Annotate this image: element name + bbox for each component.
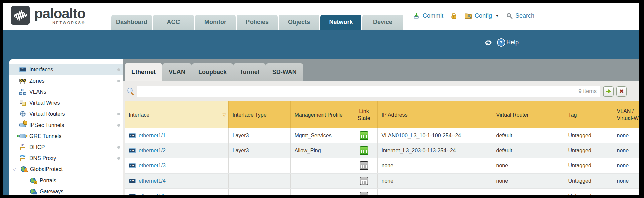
search-button[interactable]: Search	[515, 12, 534, 19]
vlans-icon	[19, 89, 27, 95]
ethernet-interface-icon	[129, 179, 136, 183]
filter-input-wrapper: 9 items	[137, 86, 600, 97]
table-row[interactable]: ethernet1/5 none none Untagged none	[125, 189, 639, 196]
sidebar-item-label: Gateways	[40, 189, 63, 195]
dhcp-icon	[19, 144, 27, 151]
sidebar-item-vlans[interactable]: VLANs	[9, 86, 123, 97]
item-dot	[117, 68, 120, 71]
sidebar-item-label: VLANs	[29, 89, 46, 95]
col-interface-type[interactable]: Interface Type	[228, 101, 290, 128]
col-link-state[interactable]: Link State	[351, 101, 377, 128]
tab-vlan[interactable]: VLAN	[162, 63, 192, 81]
sidebar-item-dns-proxy[interactable]: DNS Proxy	[9, 153, 123, 164]
header-actions: Commit Config ▼ Search	[413, 12, 534, 19]
ethernet-panel: 9 items ✖	[123, 81, 639, 195]
interface-link[interactable]: ethernet1/2	[139, 148, 166, 154]
sidebar-item-label: Virtual Wires	[29, 100, 60, 106]
config-dropdown[interactable]: Config	[475, 12, 492, 19]
apply-filter-button[interactable]	[603, 86, 614, 97]
table-row[interactable]: ethernet1/4 none none Untagged none	[125, 174, 639, 189]
col-management-profile[interactable]: Management Profile	[290, 101, 351, 128]
help-icon[interactable]: ?	[497, 38, 505, 47]
top-header: paloalto NETWORKS® Dashboard ACC Monitor…	[3, 3, 639, 30]
link-state-icon	[360, 146, 368, 155]
interface-link[interactable]: ethernet1/4	[139, 178, 166, 184]
sidebar-item-label: Interfaces	[29, 67, 53, 73]
app-window: paloalto NETWORKS® Dashboard ACC Monitor…	[3, 3, 639, 195]
interface-link[interactable]: ethernet1/3	[139, 163, 166, 169]
gateways-icon	[29, 188, 37, 195]
help-link[interactable]: Help	[506, 39, 519, 46]
tab-monitor[interactable]: Monitor	[195, 15, 236, 30]
filter-magnifier-icon	[127, 87, 134, 96]
virtual-routers-icon	[19, 111, 27, 117]
item-dot	[117, 113, 120, 115]
paloalto-logo-icon	[11, 6, 30, 25]
tab-policies[interactable]: Policies	[237, 15, 278, 30]
item-dot	[117, 146, 120, 149]
config-icon	[464, 13, 472, 19]
tab-ethernet[interactable]: Ethernet	[125, 63, 162, 81]
collapse-triangle-icon[interactable]: ▽	[13, 167, 19, 172]
sidebar-item-virtual-wires[interactable]: Virtual Wires	[9, 97, 123, 108]
interfaces-icon	[19, 66, 27, 73]
items-count: 9 items	[578, 88, 600, 95]
tab-acc[interactable]: ACC	[153, 15, 194, 30]
item-dot	[117, 157, 120, 160]
tab-sdwan[interactable]: SD-WAN	[266, 63, 303, 81]
commit-icon	[413, 12, 420, 19]
ethernet-interface-icon	[129, 133, 136, 138]
col-interface[interactable]: Interface	[125, 101, 220, 128]
link-state-icon	[360, 192, 368, 195]
commit-button[interactable]: Commit	[423, 12, 443, 19]
tab-tunnel[interactable]: Tunnel	[233, 63, 266, 81]
dns-proxy-icon	[19, 155, 27, 162]
filter-input[interactable]	[137, 86, 578, 97]
interface-link[interactable]: ethernet1/5	[139, 193, 166, 195]
zones-icon	[19, 78, 27, 84]
tab-dashboard[interactable]: Dashboard	[111, 15, 152, 30]
sidebar-item-label: Zones	[29, 78, 44, 84]
table-row[interactable]: ethernet1/1 Layer3 Mgmt_Services VLAN010…	[125, 128, 639, 143]
col-ip-address[interactable]: IP Address	[377, 101, 492, 128]
gre-tunnels-icon	[19, 133, 27, 140]
sidebar-item-label: IPSec Tunnels	[29, 122, 64, 128]
sidebar-item-ipsec-tunnels[interactable]: IPSec Tunnels	[9, 119, 123, 131]
breadcrumb-band: ? Help	[3, 30, 639, 59]
search-icon	[506, 13, 513, 19]
interface-link[interactable]: ethernet1/1	[139, 133, 166, 139]
clear-filter-button[interactable]: ✖	[616, 86, 627, 97]
table-row[interactable]: ethernet1/3 none none Untagged none	[125, 158, 639, 174]
sort-triangle-icon: ▽	[223, 112, 226, 117]
sidebar-item-gateways[interactable]: Gateways	[9, 186, 123, 195]
sort-dropdown[interactable]: ▽	[220, 101, 228, 128]
main-content: Ethernet VLAN Loopback Tunnel SD-WAN 9 i…	[123, 59, 639, 195]
ethernet-interface-icon	[129, 194, 136, 195]
filter-row: 9 items ✖	[123, 81, 639, 97]
sidebar-item-globalprotect[interactable]: ▽ GlobalProtect	[9, 164, 123, 175]
sidebar-item-dhcp[interactable]: DHCP	[9, 142, 123, 153]
link-state-icon	[360, 161, 368, 170]
sidebar-item-zones[interactable]: Zones	[9, 75, 123, 86]
col-vlan-virtual-wire[interactable]: VLAN / Virtual-Wire	[613, 101, 639, 128]
chevron-down-icon[interactable]: ▼	[495, 14, 499, 18]
brand-subtitle: NETWORKS®	[34, 21, 85, 25]
refresh-icon[interactable]	[484, 39, 492, 46]
sidebar-item-label: Virtual Routers	[29, 111, 65, 117]
tab-loopback[interactable]: Loopback	[192, 63, 233, 81]
sidebar-item-label: DNS Proxy	[29, 155, 56, 161]
tab-objects[interactable]: Objects	[279, 15, 319, 30]
sidebar-item-gre-tunnels[interactable]: GRE Tunnels	[9, 131, 123, 142]
sidebar-item-virtual-routers[interactable]: Virtual Routers	[9, 108, 123, 119]
tab-network[interactable]: Network	[320, 15, 361, 30]
ipsec-tunnels-icon	[19, 122, 27, 129]
link-state-icon	[360, 177, 368, 185]
col-tag[interactable]: Tag	[564, 101, 613, 128]
ethernet-interface-icon	[129, 163, 136, 168]
col-virtual-router[interactable]: Virtual Router	[492, 101, 564, 128]
sidebar-item-interfaces[interactable]: Interfaces	[9, 64, 123, 75]
tab-device[interactable]: Device	[362, 15, 403, 30]
table-row[interactable]: ethernet1/2 Layer3 Allow_Ping Internet_L…	[125, 143, 639, 158]
lock-icon[interactable]	[451, 12, 457, 19]
sidebar-item-portals[interactable]: Portals	[9, 175, 123, 186]
